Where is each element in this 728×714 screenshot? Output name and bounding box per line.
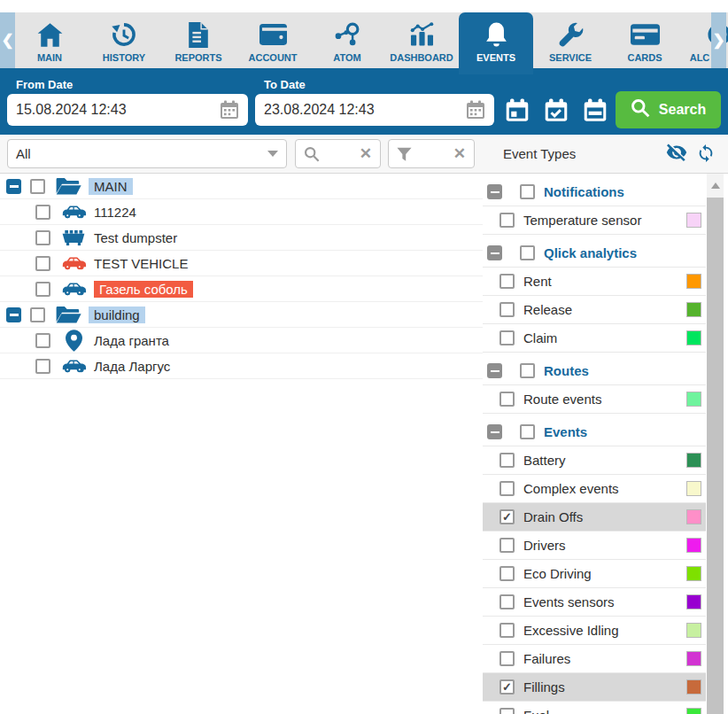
- event-type-row[interactable]: Eco Driving: [483, 560, 706, 588]
- checkbox[interactable]: [520, 245, 535, 260]
- checkbox[interactable]: ✓: [500, 509, 515, 524]
- checkbox[interactable]: [520, 184, 535, 199]
- collapse-minus-icon[interactable]: [487, 184, 502, 199]
- event-type-row[interactable]: Failures: [483, 645, 706, 673]
- tree-row[interactable]: 111224: [0, 199, 483, 225]
- nav-tab-service[interactable]: SERVICE: [533, 12, 608, 68]
- checkbox[interactable]: [35, 333, 50, 348]
- calendar-icon[interactable]: [466, 100, 485, 120]
- event-type-row[interactable]: Complex events: [483, 475, 706, 503]
- checkbox[interactable]: [500, 213, 515, 228]
- event-type-row[interactable]: Claim: [483, 324, 706, 353]
- nav-tab-label: MAIN: [37, 52, 62, 63]
- event-type-row[interactable]: Temperature sensor: [483, 206, 706, 235]
- tree-row[interactable]: TEST VEHICLE: [0, 251, 483, 276]
- event-group-row[interactable]: Events: [483, 418, 706, 446]
- calendar-day-button[interactable]: [503, 97, 531, 123]
- nav-tab-history[interactable]: HISTORY: [87, 12, 161, 68]
- event-type-row[interactable]: Excessive Idling: [483, 617, 706, 645]
- clear-search-icon[interactable]: ✕: [360, 146, 372, 161]
- vehicle-search-input[interactable]: ✕: [295, 139, 381, 168]
- checkbox[interactable]: [500, 330, 515, 345]
- group-filter-select[interactable]: All: [7, 139, 287, 168]
- checkbox[interactable]: [500, 453, 515, 468]
- tree-row[interactable]: MAIN: [0, 174, 483, 199]
- nav-scroll-right-chevron[interactable]: ❯: [711, 12, 726, 68]
- tree-item-label: MAIN: [89, 178, 133, 195]
- tree-row[interactable]: building: [0, 302, 483, 328]
- event-type-row[interactable]: ✓Fillings: [483, 673, 706, 702]
- nav-tab-events[interactable]: EVENTS: [459, 12, 533, 74]
- checkbox[interactable]: [500, 623, 515, 638]
- checkbox[interactable]: [35, 205, 50, 220]
- dumpster-icon: [60, 229, 87, 246]
- checkbox[interactable]: [35, 230, 50, 245]
- nav-tab-account[interactable]: ACCOUNT: [236, 12, 310, 68]
- event-type-row[interactable]: Drivers: [483, 532, 706, 560]
- checkbox[interactable]: [30, 179, 45, 194]
- scroll-thumb[interactable]: [707, 198, 724, 714]
- collapse-minus-icon[interactable]: [6, 307, 21, 322]
- funnel-icon: [397, 147, 412, 161]
- nav-tab-dashboard[interactable]: DASHBOARD: [384, 12, 459, 68]
- collapse-minus-icon[interactable]: [487, 245, 502, 260]
- tree-row[interactable]: Лада Ларгус: [0, 353, 483, 379]
- to-date-input[interactable]: 23.08.2024 12:43: [255, 94, 494, 126]
- color-swatch: [686, 623, 701, 638]
- tree-item-label: building: [89, 307, 145, 323]
- collapse-minus-icon[interactable]: [487, 363, 502, 378]
- checkbox[interactable]: [520, 424, 535, 439]
- checkbox[interactable]: [500, 566, 515, 581]
- event-group-row[interactable]: Notifications: [483, 178, 706, 206]
- event-group-row[interactable]: Routes: [483, 357, 706, 385]
- event-group-row[interactable]: Qlick analytics: [483, 239, 706, 268]
- checkbox[interactable]: [520, 363, 535, 378]
- collapse-minus-icon[interactable]: [487, 424, 502, 439]
- search-button[interactable]: Search: [616, 91, 721, 128]
- scrollbar[interactable]: [707, 174, 724, 714]
- checkbox[interactable]: [500, 274, 515, 289]
- scroll-up-button[interactable]: [707, 174, 724, 198]
- event-type-row[interactable]: Release: [483, 296, 706, 324]
- checkbox[interactable]: [500, 651, 515, 666]
- checkbox[interactable]: [500, 481, 515, 496]
- checkbox[interactable]: ✓: [500, 679, 515, 695]
- checkbox[interactable]: [500, 302, 515, 317]
- checkbox[interactable]: [35, 282, 50, 297]
- checkbox[interactable]: [30, 307, 45, 322]
- event-type-row[interactable]: Route events: [483, 385, 706, 414]
- event-type-row[interactable]: Events sensors: [483, 588, 706, 617]
- filter-input[interactable]: ✕: [388, 139, 475, 168]
- checkbox[interactable]: [500, 708, 515, 714]
- app-root: MAINHISTORYREPORTSACCOUNTATOMDASHBOARDEV…: [0, 0, 728, 714]
- checkbox[interactable]: [500, 392, 515, 407]
- hide-all-button[interactable]: [664, 142, 689, 166]
- event-type-row[interactable]: Fuel: [483, 702, 706, 714]
- tree-row[interactable]: Test dumpster: [0, 225, 483, 251]
- checkbox[interactable]: [500, 594, 515, 609]
- checkbox[interactable]: [35, 256, 50, 271]
- checkbox[interactable]: [35, 359, 50, 374]
- card-icon: [631, 19, 660, 50]
- tree-row[interactable]: Газель соболь: [0, 276, 483, 302]
- event-type-row[interactable]: Battery: [483, 446, 706, 475]
- nav-tab-reports[interactable]: REPORTS: [161, 12, 236, 68]
- refresh-button[interactable]: [696, 144, 716, 166]
- calendar-check-button[interactable]: [542, 97, 570, 123]
- from-date-value: 15.08.2024 12:43: [16, 102, 220, 118]
- calendar-range-button[interactable]: [581, 97, 609, 123]
- clear-filter-icon[interactable]: ✕: [453, 146, 466, 161]
- collapse-minus-icon[interactable]: [6, 179, 21, 194]
- nav-scroll-left-chevron[interactable]: ❮: [0, 12, 15, 68]
- color-swatch: [686, 679, 701, 695]
- event-type-row[interactable]: Rent: [483, 268, 706, 296]
- event-type-row[interactable]: ✓Drain Offs: [483, 503, 706, 532]
- nav-tab-atom[interactable]: ATOM: [310, 12, 384, 68]
- nav-tab-cards[interactable]: CARDS: [608, 12, 682, 68]
- calendar-icon[interactable]: [220, 100, 239, 120]
- from-date-input[interactable]: 15.08.2024 12:43: [7, 94, 248, 126]
- car-icon: [60, 255, 87, 271]
- checkbox[interactable]: [500, 538, 515, 553]
- tree-row[interactable]: Лада гранта: [0, 328, 483, 353]
- nav-tab-main[interactable]: MAIN: [12, 12, 87, 68]
